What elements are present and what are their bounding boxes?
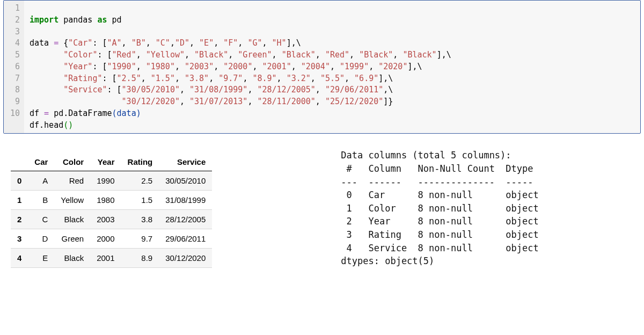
code-editor[interactable]: import pandas as pd data = {"Car": ["A",… <box>24 1 640 133</box>
code-line-10: df.head() <box>30 120 73 130</box>
col-header: Service <box>159 153 212 171</box>
line-number-gutter: 12345 678910 <box>4 1 24 133</box>
col-header: Year <box>90 153 121 171</box>
col-header: Car <box>28 153 54 171</box>
code-cell[interactable]: 12345 678910 import pandas as pd data = … <box>3 0 641 134</box>
col-header: Rating <box>121 153 159 171</box>
code-line-6: "Rating": ["2.5", "1.5", "3.8", "9.7", "… <box>30 74 393 83</box>
info-output: Data columns (total 5 columns): # Column… <box>341 149 538 268</box>
col-header: Color <box>54 153 90 171</box>
table-row: 4 EBlack 20018.9 30/12/2020 <box>11 249 212 268</box>
table-row: 1 BYellow 19801.5 31/08/1999 <box>11 191 212 210</box>
code-line-7: "Service": ["30/05/2010", "31/08/1999", … <box>30 85 393 94</box>
dataframe-output: Car Color Year Rating Service 0 ARed 199… <box>11 153 212 268</box>
code-line-8: "30/12/2020", "31/07/2013", "28/11/2000"… <box>30 97 393 106</box>
code-line-1: import pandas as pd <box>30 15 122 25</box>
code-line-5: "Year": ["1990", "1980", "2003", "2000",… <box>30 62 422 71</box>
table-row: 3 DGreen 20009.7 29/06/2011 <box>11 229 212 249</box>
table-row: 2 CBlack 20033.8 28/12/2005 <box>11 210 212 229</box>
dataframe-header-row: Car Color Year Rating Service <box>11 153 212 171</box>
table-row: 0 ARed 19902.5 30/05/2010 <box>11 171 212 191</box>
code-line-9: df = pd.DataFrame(data) <box>30 108 141 118</box>
code-line-4: "Color": ["Red", "Yellow", "Black", "Gre… <box>30 50 451 60</box>
code-line-3: data = {"Car": ["A", "B", "C","D", "E", … <box>30 38 301 48</box>
